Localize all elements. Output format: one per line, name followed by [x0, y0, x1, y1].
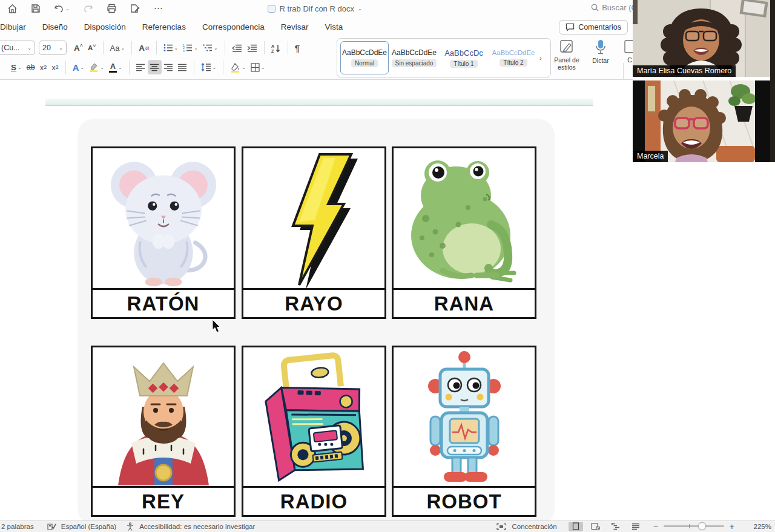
document-title[interactable]: R trab Dif con R docx ⌄	[0, 0, 630, 17]
tab-referencias[interactable]: Referencias	[142, 22, 186, 31]
comment-icon	[566, 23, 575, 31]
flashcard-word: ROBOT	[394, 486, 535, 515]
accessibility-icon	[126, 522, 134, 531]
mouse-illustration	[93, 148, 234, 288]
tab-disposicion[interactable]: Disposición	[84, 22, 126, 31]
style-sin-espaciado[interactable]: AaBbCcDdEe Sin espaciado	[390, 41, 438, 74]
style-normal[interactable]: AaBbCcDdEe Normal	[340, 41, 389, 74]
font-color-icon[interactable]: A⌄	[107, 60, 125, 74]
multilevel-list-icon[interactable]: ⌄	[200, 41, 220, 55]
zoom-out-button[interactable]: −	[653, 522, 658, 531]
shading-icon[interactable]: ⌄	[228, 60, 248, 74]
font-name-combo[interactable]: (Cu...⌄	[0, 41, 35, 55]
font-size-combo[interactable]: 20⌄	[39, 41, 67, 55]
print-layout-view-button[interactable]	[569, 522, 583, 531]
document-icon	[268, 5, 275, 13]
decrease-indent-icon[interactable]	[229, 41, 245, 55]
styles-gallery: AaBbCcDdEe Normal AaBbCcDdEe Sin espacia…	[337, 38, 551, 77]
text-effects-icon[interactable]: A⌄	[70, 60, 87, 74]
zoom-level[interactable]: 225%	[748, 523, 771, 530]
svg-text:A: A	[271, 44, 274, 48]
flashcards-image[interactable]: RATÓN RAYO	[78, 119, 555, 521]
participant-name-label: María Elisa Cuevas Romero	[633, 65, 736, 77]
draft-view-button[interactable]	[628, 522, 643, 531]
style-titulo-1[interactable]: AaBbCcDc Título 1	[440, 41, 488, 74]
language-status[interactable]: Español (España)	[61, 523, 116, 530]
status-bar-right: Concentración − + 225%	[496, 521, 771, 532]
line-spacing-icon[interactable]: ⌄	[199, 60, 219, 74]
sort-icon[interactable]: AZ	[269, 41, 283, 55]
word-count[interactable]: 2 palabras	[1, 523, 34, 530]
lightning-illustration	[243, 148, 384, 288]
flashcard-word: RANA	[394, 288, 535, 317]
svg-text:Z: Z	[271, 49, 274, 53]
king-illustration	[93, 347, 234, 486]
styles-expand-arrow[interactable]: ›	[539, 54, 542, 62]
underline-icon[interactable]: S⌄	[8, 60, 24, 74]
video-call-panel: María Elisa Cuevas Romero	[633, 0, 775, 162]
tab-correspondencia[interactable]: Correspondencia	[202, 22, 265, 31]
document-rule-line	[45, 99, 593, 106]
dictate-button[interactable]: Dictar	[586, 39, 615, 64]
align-center-icon[interactable]	[148, 60, 162, 74]
proofing-icon[interactable]	[47, 523, 56, 531]
tab-vista[interactable]: Vista	[325, 22, 343, 31]
zoom-in-button[interactable]: +	[730, 522, 734, 531]
shrink-font-icon[interactable]: A˅	[85, 41, 99, 55]
align-right-icon[interactable]	[162, 60, 176, 74]
tab-revisar[interactable]: Revisar	[281, 22, 309, 31]
zoom-slider-knob[interactable]	[698, 522, 706, 530]
superscript-icon[interactable]: x2	[49, 60, 61, 74]
styles-pane-button[interactable]: Panel de estilos	[550, 39, 584, 71]
accessibility-status[interactable]: Accesibilidad: es necesario investigar	[139, 523, 255, 530]
subscript-icon[interactable]: x2	[38, 60, 50, 74]
search-field[interactable]: Buscar (C	[591, 3, 637, 12]
frog-illustration	[394, 148, 535, 288]
title-dropdown-caret[interactable]: ⌄	[358, 6, 362, 11]
flashcard-raton: RATÓN	[91, 146, 236, 319]
flashcard-rey: REY	[91, 346, 236, 517]
tab-diseno[interactable]: Diseño	[42, 22, 68, 31]
comments-button[interactable]: Comentarios	[559, 20, 628, 34]
participant-name-label: Marcela	[633, 151, 668, 162]
window-edge-sliver	[770, 0, 775, 162]
zoom-100-tick	[689, 524, 690, 528]
bullets-icon[interactable]: ⌄	[161, 41, 181, 55]
participant-video-marcela-feed	[645, 80, 755, 162]
styles-pane-icon	[559, 39, 575, 54]
word-window: ⌄ ⋯ R trab Dif con R docx ⌄ Buscar (C Di…	[0, 0, 775, 532]
flashcard-robot: ROBOT	[392, 346, 536, 517]
tab-dibujar[interactable]: Dibujar	[0, 22, 26, 31]
pilcrow-icon[interactable]: ¶	[292, 41, 302, 55]
web-layout-view-button[interactable]	[589, 522, 603, 531]
clear-formatting-icon[interactable]: A⌀	[136, 41, 151, 55]
change-case-icon[interactable]: Aa⌄	[108, 41, 128, 55]
flashcard-rana: RANA	[392, 146, 536, 319]
flashcard-word: RADIO	[243, 486, 384, 515]
svg-text:3: 3	[183, 49, 185, 53]
microphone-icon	[594, 39, 607, 55]
mouse-cursor	[212, 320, 222, 333]
zoom-slider[interactable]	[664, 525, 724, 527]
grow-font-icon[interactable]: A˄	[71, 41, 85, 55]
flashcard-word: RATÓN	[93, 288, 234, 317]
flashcard-word: RAYO	[243, 288, 384, 317]
align-left-icon[interactable]	[134, 60, 148, 74]
focus-toggle[interactable]: Concentración	[512, 523, 556, 530]
flashcard-rayo: RAYO	[242, 146, 386, 319]
highlighter-icon[interactable]: ⌄	[87, 60, 107, 74]
justify-icon[interactable]	[176, 60, 190, 74]
flashcard-word: REY	[93, 486, 234, 515]
numbering-icon[interactable]: 123⌄	[180, 41, 200, 55]
boombox-illustration	[243, 347, 384, 486]
increase-indent-icon[interactable]	[245, 41, 260, 55]
robot-illustration	[394, 347, 535, 486]
participant-video-marcela[interactable]: Marcela	[633, 80, 770, 162]
flashcard-radio: RADIO	[242, 346, 386, 517]
borders-icon[interactable]: ⌄	[248, 60, 268, 74]
outline-view-button[interactable]	[608, 522, 623, 531]
strikethrough-icon[interactable]: ab	[24, 60, 38, 74]
search-icon	[591, 4, 599, 11]
style-titulo-2[interactable]: AaBbCcDdEe Título 2	[489, 41, 538, 74]
participant-video-maria[interactable]: María Elisa Cuevas Romero	[633, 0, 770, 77]
